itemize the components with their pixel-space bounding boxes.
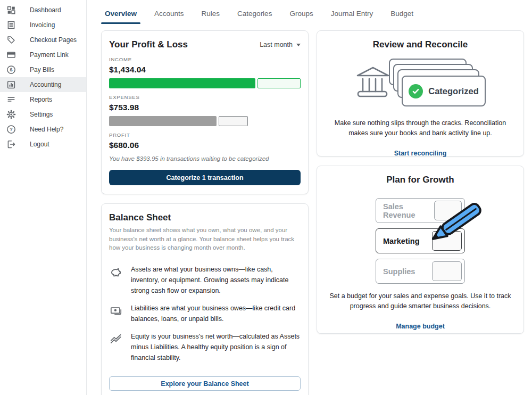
income-value: $1,434.04	[109, 65, 301, 75]
gear-icon	[6, 110, 16, 119]
profit-loss-title: Your Profit & Loss	[109, 39, 188, 50]
reports-lines-icon	[6, 95, 16, 104]
sidebar-item-reports[interactable]: Reports	[0, 92, 86, 107]
period-selector-value: Last month	[260, 41, 293, 48]
sidebar-item-label: Dashboard	[30, 6, 61, 14]
sidebar-item-label: Need Help?	[30, 126, 63, 133]
budget-amount-box	[432, 261, 462, 281]
reconcile-illustration: Categorized	[354, 59, 487, 111]
sidebar-item-checkout-pages[interactable]: Checkout Pages	[0, 32, 86, 47]
sidebar-item-payment-link[interactable]: Payment Link	[0, 47, 86, 62]
budget-amount-box	[432, 231, 462, 251]
svg-text:$: $	[10, 67, 12, 72]
expenses-label: EXPENSES	[109, 94, 301, 100]
tab-categories[interactable]: Categories	[234, 5, 276, 24]
sidebar-item-dashboard[interactable]: Dashboard	[0, 3, 86, 18]
review-reconcile-title: Review and Reconcile	[325, 39, 516, 50]
banknote-icon	[109, 303, 123, 324]
review-reconcile-card: Review and Reconcile	[317, 30, 524, 157]
budget-row-label: Marketing	[383, 237, 420, 245]
expenses-value: $753.98	[109, 103, 301, 112]
list-item-liabilities: Liabilities are what your business owes—…	[109, 303, 301, 324]
profit-label: PROFIT	[109, 132, 301, 138]
expenses-bar-uncategorized	[219, 116, 248, 126]
list-item-text: Liabilities are what your business owes—…	[131, 303, 301, 324]
list-item-assets: Assets are what your business owns—like …	[109, 264, 301, 296]
tab-overview[interactable]: Overview	[101, 5, 140, 24]
income-bar	[109, 78, 301, 88]
plan-growth-title: Plan for Growth	[325, 175, 516, 185]
budget-row-supplies: Supplies	[376, 259, 465, 284]
budget-row-marketing: Marketing	[376, 228, 465, 253]
uncategorized-note: You have $393.95 in transactions waiting…	[109, 155, 301, 162]
tab-journal-entry[interactable]: Journal Entry	[327, 5, 377, 24]
balance-sheet-list: Assets are what your business owns—like …	[109, 264, 301, 363]
sidebar-item-logout[interactable]: Logout	[0, 137, 86, 152]
sidebar: Dashboard Invoicing Checkout Pages Payme…	[0, 0, 87, 395]
svg-text:?: ?	[10, 127, 13, 132]
period-selector[interactable]: Last month	[260, 41, 301, 48]
income-bar-uncategorized	[257, 78, 301, 88]
sidebar-item-invoicing[interactable]: Invoicing	[0, 18, 86, 32]
list-item-equity: Equity is your business's net worth—calc…	[109, 331, 301, 363]
dollar-circle-icon: $	[6, 65, 16, 75]
start-reconciling-link[interactable]: Start reconciling	[325, 150, 516, 157]
tab-budget[interactable]: Budget	[387, 5, 417, 24]
categorized-check-icon	[409, 84, 423, 98]
dashboard-icon	[6, 5, 16, 15]
budget-row-label: Sales Revenue	[383, 202, 434, 219]
tab-groups[interactable]: Groups	[286, 5, 317, 24]
balance-sheet-title: Balance Sheet	[109, 212, 301, 223]
balance-sheet-description: Your balance sheet shows what you own, w…	[109, 226, 301, 252]
expenses-bar	[109, 116, 301, 126]
piggy-bank-icon	[109, 264, 123, 296]
budget-illustration: Sales Revenue Marketing Supplies	[376, 198, 465, 284]
reconcile-description: Make sure nothing slips through the crac…	[328, 118, 512, 139]
balance-sheet-card: Balance Sheet Your balance sheet shows w…	[101, 203, 309, 395]
categorized-badge-label: Categorized	[428, 86, 478, 96]
tab-rules[interactable]: Rules	[198, 5, 224, 24]
budget-row-label: Supplies	[383, 267, 415, 276]
trend-lines-icon	[109, 331, 123, 363]
list-item-text: Assets are what your business owns—like …	[131, 264, 301, 296]
sidebar-item-label: Invoicing	[30, 21, 55, 29]
tab-bar: Overview Accounts Rules Categories Group…	[101, 5, 524, 24]
bar-chart-icon	[6, 80, 16, 89]
sidebar-item-label: Pay Bills	[30, 66, 54, 73]
main-content: Overview Accounts Rules Categories Group…	[87, 0, 532, 395]
sidebar-item-pay-bills[interactable]: $ Pay Bills	[0, 62, 86, 77]
tab-accounts[interactable]: Accounts	[151, 5, 188, 24]
profit-value: $680.06	[109, 141, 301, 150]
explore-balance-sheet-button[interactable]: Explore your Balance Sheet	[109, 376, 301, 391]
sidebar-item-label: Checkout Pages	[30, 36, 77, 44]
invoice-icon	[6, 20, 16, 30]
budget-row-sales-revenue: Sales Revenue	[376, 198, 465, 223]
expenses-bar-categorized	[109, 116, 217, 126]
tag-icon	[6, 35, 16, 45]
sidebar-item-accounting[interactable]: Accounting	[0, 77, 86, 92]
categorized-badge: Categorized	[402, 76, 486, 106]
manage-budget-link[interactable]: Manage budget	[325, 323, 516, 330]
active-tab-underline	[101, 22, 140, 24]
sidebar-item-need-help[interactable]: ? Need Help?	[0, 122, 86, 137]
sidebar-item-label: Logout	[30, 141, 49, 148]
budget-amount-box	[434, 201, 462, 220]
list-item-text: Equity is your business's net worth—calc…	[131, 331, 301, 363]
plan-growth-description: Set a budget for your sales and expense …	[328, 291, 512, 312]
bank-building-icon	[354, 63, 392, 101]
credit-card-icon	[6, 50, 16, 60]
income-bar-categorized	[109, 78, 255, 88]
sidebar-item-label: Payment Link	[30, 51, 69, 59]
sidebar-item-settings[interactable]: Settings	[0, 107, 86, 122]
sidebar-item-label: Accounting	[30, 81, 61, 88]
income-label: INCOME	[109, 56, 301, 62]
sidebar-item-label: Reports	[30, 96, 52, 103]
sidebar-item-label: Settings	[30, 111, 53, 118]
profit-loss-card: Your Profit & Loss Last month INCOME $1,…	[101, 30, 309, 194]
categorize-transaction-button[interactable]: Categorize 1 transaction	[109, 170, 301, 185]
logout-icon	[6, 139, 16, 149]
question-circle-icon: ?	[6, 125, 16, 134]
plan-growth-card: Plan for Growth Sales Revenue Marketing …	[317, 166, 524, 334]
dropdown-caret-icon	[296, 44, 301, 46]
